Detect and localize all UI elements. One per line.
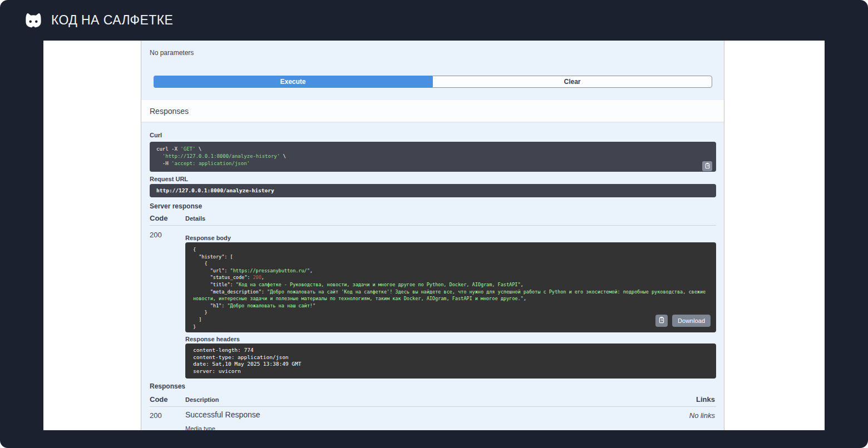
server-response-title: Server response [150, 202, 202, 210]
server-response-code-header: Code [150, 214, 168, 222]
response-body-actions: Download [655, 315, 711, 327]
execute-button[interactable]: Execute [154, 76, 432, 88]
status-code-value: 200 [150, 231, 162, 239]
no-parameters-text: No parameters [150, 49, 194, 57]
responses-section-header: Responses [141, 100, 724, 122]
responses-description-header: Description [185, 396, 219, 403]
site-title: КОД НА САЛФЕТКЕ [51, 13, 173, 28]
download-button[interactable]: Download [672, 315, 711, 327]
execute-button-group: Execute Clear [154, 76, 712, 88]
response-headers-label: Response headers [185, 336, 240, 342]
response-headers-block: content-length: 774content-type: applica… [185, 344, 716, 379]
responses-code-header: Code [150, 395, 168, 404]
copy-clipboard-icon [658, 316, 665, 325]
cat-icon [22, 12, 45, 29]
response-row-links: No links [689, 411, 715, 420]
copy-curl-button[interactable] [702, 161, 712, 171]
response-body-json: { "history": [ { "url": "https://pressan… [193, 246, 708, 330]
opblock-get-analyze-history: No parameters Execute Clear Responses Cu… [141, 41, 724, 430]
response-body-block: { "history": [ { "url": "https://pressan… [185, 242, 716, 332]
request-url-value: http://127.0.0.1:8000/analyze-history [150, 184, 716, 197]
responses-section-title: Responses [150, 107, 189, 116]
responses-table-title: Responses [150, 382, 185, 390]
table-divider [150, 225, 716, 226]
response-row-code: 200 [150, 411, 162, 420]
site-header: КОД НА САЛФЕТКЕ [0, 0, 868, 41]
curl-label: Curl [150, 132, 162, 138]
responses-links-header: Links [696, 395, 715, 404]
app-window: КОД НА САЛФЕТКЕ No parameters Execute Cl… [0, 0, 868, 448]
curl-command-block: curl -X 'GET' \ 'http://127.0.0.1:8000/a… [150, 142, 716, 172]
copy-clipboard-icon [704, 162, 711, 171]
response-body-label: Response body [185, 235, 231, 241]
swagger-page: No parameters Execute Clear Responses Cu… [43, 41, 825, 430]
response-row-description: Successful Response [185, 410, 260, 419]
table-divider [150, 406, 716, 407]
clear-button[interactable]: Clear [432, 76, 712, 88]
server-response-details-header: Details [185, 215, 205, 222]
request-url-label: Request URL [150, 176, 188, 182]
media-type-label: Media type [185, 425, 215, 430]
copy-response-button[interactable] [655, 315, 668, 327]
